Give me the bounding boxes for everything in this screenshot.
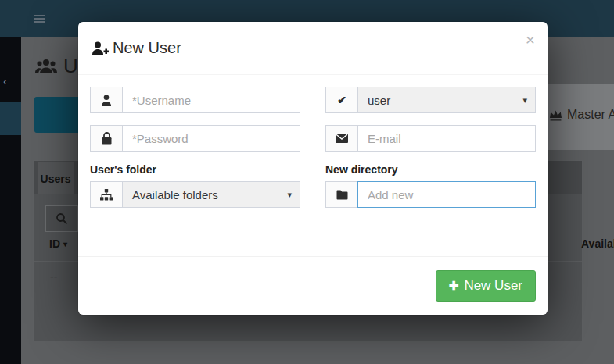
user-plus-icon	[92, 41, 109, 55]
modal-header: New User	[78, 22, 548, 75]
new-directory-field[interactable]	[357, 181, 536, 208]
user-icon	[90, 87, 123, 113]
search-addon	[45, 205, 78, 232]
column-header-id-label: ID	[49, 237, 60, 250]
envelope-icon	[325, 125, 358, 152]
tab-users[interactable]: Users	[38, 162, 74, 194]
sidebar-active-item[interactable]	[0, 102, 21, 135]
new-directory-label: New directory	[325, 163, 536, 176]
check-icon: ✔	[325, 87, 358, 113]
close-icon[interactable]: ×	[526, 33, 535, 47]
crown-icon	[549, 109, 562, 121]
new-user-modal: × New User	[78, 22, 548, 315]
modal-body: ✔ user ▾	[78, 75, 548, 256]
password-field[interactable]	[122, 125, 300, 152]
lock-icon	[90, 125, 123, 152]
password-group	[90, 125, 300, 152]
role-group: ✔ user ▾	[325, 87, 536, 113]
new-user-submit-button[interactable]: ✚ New User	[436, 270, 536, 302]
available-folders-value: Available folders	[132, 188, 218, 202]
plus-icon: ✚	[449, 279, 459, 293]
email-field[interactable]	[357, 125, 536, 152]
sitemap-icon	[90, 181, 123, 208]
username-field[interactable]	[122, 87, 300, 113]
master-account: Master Account	[549, 108, 614, 122]
new-user-submit-label: New User	[464, 278, 522, 294]
role-select-value: user	[368, 94, 390, 107]
search-icon	[56, 212, 68, 225]
users-folder-label: User's folder	[90, 163, 300, 176]
sidebar-collapse-icon[interactable]: ‹	[3, 75, 7, 87]
modal-title: New User	[113, 39, 181, 57]
modal-footer: ✚ New User	[78, 256, 548, 315]
sort-caret-icon: ▾	[63, 240, 67, 248]
column-header-id[interactable]: ID ▾	[49, 237, 67, 250]
tab-users-label: Users	[41, 173, 71, 185]
sidebar: ‹	[0, 37, 21, 364]
column-header-folders: Available folders	[581, 237, 614, 250]
email-group	[325, 125, 536, 152]
master-account-label: Master Account	[567, 108, 614, 122]
folder-select-group: Available folders ▾	[90, 181, 300, 208]
chevron-down-icon: ▾	[287, 190, 292, 200]
username-group	[90, 87, 300, 113]
table-row: --	[50, 270, 57, 283]
new-directory-group	[325, 181, 536, 208]
users-group-icon	[35, 58, 57, 75]
chevron-down-icon: ▾	[522, 95, 527, 105]
menu-toggle-icon[interactable]	[31, 12, 47, 26]
folder-icon	[325, 181, 358, 208]
role-select[interactable]: user ▾	[357, 87, 536, 113]
available-folders-select[interactable]: Available folders ▾	[122, 181, 300, 208]
